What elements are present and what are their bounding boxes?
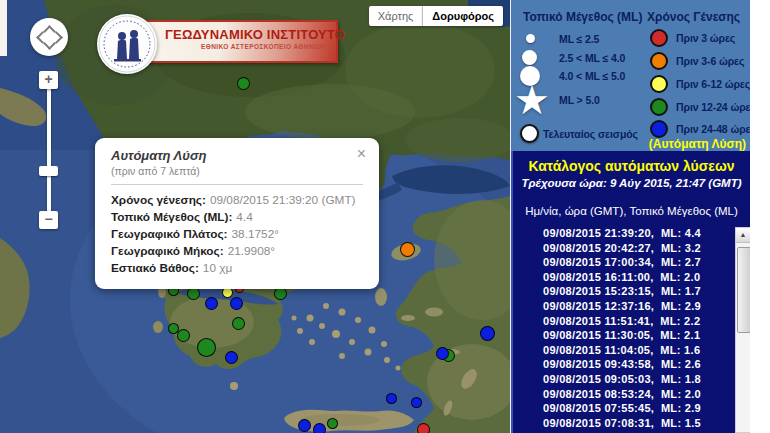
magnitude-label: 2.5 < ML ≤ 4.0 (559, 52, 625, 64)
catalog-entry[interactable]: 09/08/2015 21:39:20, ML: 4.4 (543, 226, 701, 241)
earthquake-marker-blue[interactable] (411, 397, 422, 408)
earthquake-marker-blue[interactable] (313, 423, 326, 433)
catalog-scrollbar[interactable]: ▲ (735, 227, 750, 433)
earthquake-marker-blue[interactable] (230, 297, 243, 310)
map-canvas[interactable]: + − ΓΕΩΔΥΝΑΜΙΚΟ ΙΝΣΤΙΤΟΥΤΟ ΕΘΝΙΚΟ ΑΣΤΕΡΟ… (0, 0, 510, 433)
map-type-button-map[interactable]: Χάρτης (369, 6, 424, 26)
catalog-entry[interactable]: 09/08/2015 17:00:34, ML: 2.7 (543, 255, 701, 270)
earthquake-marker-green[interactable] (177, 329, 190, 342)
catalog-entry[interactable]: 09/08/2015 09:43:58, ML: 2.6 (543, 357, 701, 372)
time-dot-yellow (650, 75, 668, 93)
catalog-entry[interactable]: 09/08/2015 11:30:05, ML: 2.1 (543, 328, 701, 343)
earthquake-marker-green[interactable] (237, 77, 250, 90)
observatory-seal-icon (97, 14, 157, 74)
popup-field-magnitude: Τοπικό Μέγεθος (ML):4.4 (111, 209, 363, 226)
time-label: Πριν 3 ώρες (676, 32, 735, 44)
scrollbar-up-arrow-icon[interactable]: ▲ (736, 228, 750, 243)
earthquake-marker-blue[interactable] (436, 347, 449, 360)
earthquake-marker-orange[interactable] (400, 242, 415, 257)
catalog-entry[interactable]: 09/08/2015 11:51:41, ML: 2.2 (543, 314, 701, 329)
magnitude-label: ML ≤ 2.5 (559, 33, 599, 45)
catalog-title: Κατάλογος αυτόματων λύσεων (513, 158, 750, 174)
zoom-in-button[interactable]: + (39, 71, 58, 89)
zoom-out-button[interactable]: − (39, 211, 58, 229)
map-pan-control[interactable] (30, 18, 68, 56)
magnitude-label: Τελευταίος σεισμός (543, 128, 638, 140)
catalog-entry[interactable]: 09/08/2015 15:23:15, ML: 1.7 (543, 284, 701, 299)
map-type-switcher: Χάρτης Δορυφόρος (369, 6, 503, 26)
time-label: Πριν 12-24 ώρες (676, 101, 750, 113)
legend-footnote: (Αυτόματη Λύση) (649, 137, 746, 151)
catalog-entry[interactable]: 09/08/2015 20:42:27, ML: 3.2 (543, 241, 701, 256)
magnitude-label: 4.0 < ML ≤ 5.0 (559, 70, 625, 82)
catalog-entry[interactable]: 09/08/2015 16:11:00, ML: 2.0 (543, 270, 701, 285)
catalog-list: 09/08/2015 21:39:20, ML: 4.409/08/2015 2… (543, 226, 701, 433)
zoom-slider-handle[interactable] (39, 166, 58, 176)
catalog-entry[interactable]: 09/08/2015 09:05:03, ML: 1.8 (543, 372, 701, 387)
side-panel: Τοπικό Μέγεθος (ML) ML ≤ 2.5 2.5 < ML ≤ … (511, 0, 750, 433)
earthquake-marker-blue[interactable] (480, 326, 495, 341)
magnitude-symbol-star-icon: ★ (511, 78, 554, 122)
time-dot-green (650, 98, 668, 116)
popup-subtitle: (πριν από 7 λεπτά) (111, 165, 363, 177)
map-type-button-satellite[interactable]: Δορυφόρος (423, 6, 503, 26)
solutions-catalog: Κατάλογος αυτόματων λύσεων Τρέχουσα ώρα:… (511, 151, 750, 433)
popup-divider (111, 184, 363, 185)
latest-earthquake-symbol (520, 124, 539, 143)
earthquake-marker-red[interactable] (417, 423, 430, 433)
earthquake-marker-blue[interactable] (205, 297, 218, 310)
magnitude-legend-title: Τοπικό Μέγεθος (ML) (523, 10, 642, 24)
magnitude-symbol-medium-circle (522, 50, 537, 65)
catalog-columns-header: Ημ/νία, ώρα (GMT), Τοπικό Μέγεθος (ML) (513, 205, 750, 217)
popup-field-origin-time: Χρόνος γένεσης:09/08/2015 21:39:20 (GMT) (111, 192, 363, 209)
catalog-entry[interactable]: 09/08/2015 07:55:45, ML: 2.9 (543, 401, 701, 416)
panel-divider (510, 0, 511, 433)
time-label: Πριν 24-48 ώρες (676, 123, 750, 135)
popup-field-longitude: Γεωγραφικό Μήκος:21.9908° (111, 243, 363, 260)
legend-panel: Τοπικό Μέγεθος (ML) ML ≤ 2.5 2.5 < ML ≤ … (511, 0, 750, 151)
close-icon[interactable]: × (357, 146, 366, 162)
popup-field-latitude: Γεωγραφικό Πλάτος:38.1752° (111, 226, 363, 243)
time-label: Πριν 6-12 ώρες (676, 78, 750, 90)
popup-field-depth: Εστιακό Βάθος:10 χμ (111, 260, 363, 277)
earthquake-marker-blue[interactable] (298, 419, 311, 432)
magnitude-symbol-small-circle (526, 34, 535, 43)
time-dot-red (650, 29, 668, 47)
institute-logo-banner[interactable]: ΓΕΩΔΥΝΑΜΙΚΟ ΙΝΣΤΙΤΟΥΤΟ ΕΘΝΙΚΟ ΑΣΤΕΡΟΣΚΟΠ… (97, 12, 342, 72)
time-dot-blue (650, 120, 668, 138)
catalog-entry[interactable]: 09/08/2015 07:08:31, ML: 1.5 (543, 416, 701, 431)
earthquake-marker-blue[interactable] (225, 351, 238, 364)
catalog-current-time: Τρέχουσα ώρα: 9 Αύγ 2015, 21:47 (GMT) (513, 177, 750, 189)
earthquake-info-popup: × Αυτόματη Λύση (πριν από 7 λεπτά) Χρόνο… (95, 138, 379, 289)
catalog-entry[interactable]: 09/08/2015 12:37:16, ML: 2.9 (543, 299, 701, 314)
page-background-gutter (750, 0, 770, 433)
institute-subtitle: ΕΘΝΙΚΟ ΑΣΤΕΡΟΣΚΟΠΕΙΟ ΑΘΗΝΩΝ (201, 43, 336, 50)
earthquake-marker-green[interactable] (327, 418, 338, 429)
popup-title: Αυτόματη Λύση (111, 148, 363, 163)
geodynamic-institute-page: + − ΓΕΩΔΥΝΑΜΙΚΟ ΙΝΣΤΙΤΟΥΤΟ ΕΘΝΙΚΟ ΑΣΤΕΡΟ… (0, 0, 770, 433)
earthquake-marker-green[interactable] (197, 338, 216, 357)
institute-banner-plate: ΓΕΩΔΥΝΑΜΙΚΟ ΙΝΣΤΙΤΟΥΤΟ ΕΘΝΙΚΟ ΑΣΤΕΡΟΣΚΟΠ… (137, 20, 338, 63)
earthquake-marker-green[interactable] (232, 317, 245, 330)
scrollbar-thumb[interactable] (737, 247, 750, 333)
time-legend-title: Χρόνος Γένεσης (647, 10, 740, 24)
zoom-slider-track[interactable] (47, 89, 51, 211)
time-label: Πριν 3-6 ώρες (676, 55, 744, 67)
page-edge-strip (0, 0, 7, 56)
catalog-entry[interactable]: 09/08/2015 08:53:24, ML: 2.0 (543, 387, 701, 402)
time-dot-orange (650, 52, 668, 70)
catalog-entry[interactable]: 09/08/2015 11:04:05, ML: 1.6 (543, 343, 701, 358)
institute-title: ΓΕΩΔΥΝΑΜΙΚΟ ΙΝΣΤΙΤΟΥΤΟ (165, 27, 336, 42)
magnitude-label: ML > 5.0 (559, 94, 600, 106)
earthquake-marker-blue[interactable] (386, 393, 397, 404)
